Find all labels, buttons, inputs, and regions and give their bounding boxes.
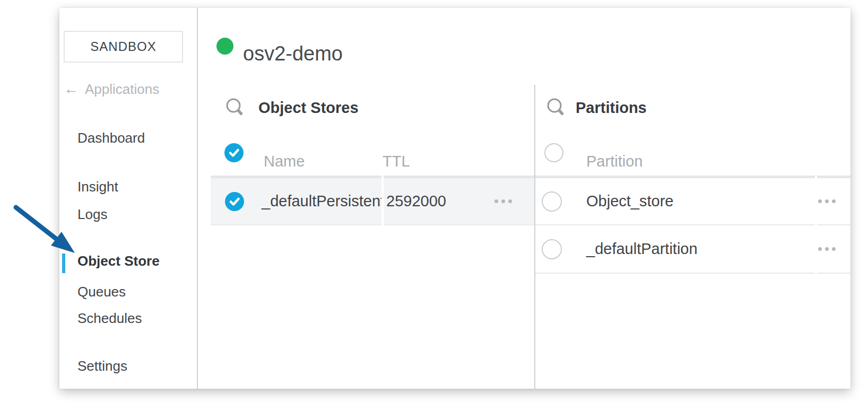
object-store-name-cell[interactable]: _defaultPersistent	[211, 176, 381, 225]
sidebar-item-dashboard[interactable]: Dashboard	[77, 129, 145, 146]
sidebar-item-logs[interactable]: Logs	[77, 206, 107, 223]
object-store-row-selected[interactable]: _defaultPersistent 2592000	[211, 176, 534, 225]
sidebar-item-schedules[interactable]: Schedules	[77, 310, 142, 327]
select-all-checkbox-checked[interactable]	[224, 143, 244, 162]
app-window: SANDBOX ← Applications Dashboard Insight…	[59, 8, 850, 389]
back-link-label: Applications	[85, 81, 159, 98]
partition-name: _defaultPartition	[586, 240, 698, 258]
row-checkbox-unchecked[interactable]	[542, 191, 562, 212]
row-checkbox-unchecked[interactable]	[542, 239, 562, 259]
app-status-icon	[216, 38, 233, 55]
back-arrow-icon: ←	[64, 81, 79, 98]
select-all-checkbox-unchecked[interactable]	[544, 143, 563, 162]
search-icon[interactable]	[225, 98, 245, 118]
partition-name: Object_store	[586, 193, 673, 210]
object-stores-panel-title: Object Stores	[258, 99, 359, 117]
active-item-indicator	[62, 254, 65, 273]
partition-actions-cell[interactable]	[817, 225, 850, 274]
back-to-applications-link[interactable]: ← Applications	[64, 81, 159, 98]
object-store-name: _defaultPersistent	[262, 193, 385, 210]
environment-label: SANDBOX	[90, 39, 156, 54]
partition-row[interactable]: _defaultPartition	[535, 225, 850, 274]
column-header-partition: Partition	[586, 152, 643, 170]
column-header-ttl: TTL	[383, 152, 410, 170]
more-options-icon[interactable]	[494, 199, 512, 203]
partitions-panel-title: Partitions	[576, 99, 647, 117]
column-header-name: Name	[264, 152, 305, 170]
search-icon[interactable]	[546, 98, 566, 118]
object-store-ttl-cell[interactable]: 2592000	[384, 176, 534, 225]
more-options-icon[interactable]	[818, 247, 836, 251]
object-store-ttl: 2592000	[386, 193, 446, 210]
row-checkbox-checked[interactable]	[225, 192, 244, 211]
page-title: osv2-demo	[243, 42, 343, 65]
partition-actions-cell[interactable]	[817, 176, 850, 225]
environment-selector-button[interactable]: SANDBOX	[64, 31, 183, 63]
more-options-icon[interactable]	[818, 199, 836, 203]
sidebar-item-settings[interactable]: Settings	[77, 357, 127, 374]
sidebar-item-insight[interactable]: Insight	[77, 178, 118, 195]
sidebar-item-queues[interactable]: Queues	[77, 283, 126, 300]
partition-name-cell[interactable]: Object_store	[535, 176, 815, 225]
partition-name-cell[interactable]: _defaultPartition	[535, 225, 815, 274]
sidebar: SANDBOX ← Applications Dashboard Insight…	[59, 8, 198, 389]
sidebar-item-object-store[interactable]: Object Store	[77, 252, 160, 269]
partition-row[interactable]: Object_store	[535, 176, 850, 225]
